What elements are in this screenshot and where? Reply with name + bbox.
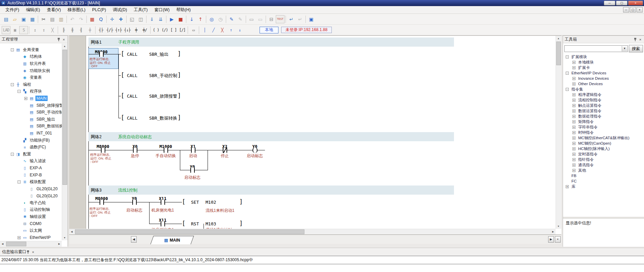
- close-icon[interactable]: ×: [62, 38, 66, 42]
- parallel-nc-contact-button[interactable]: ╪/: [140, 26, 149, 34]
- toolbox-search-combobox[interactable]: ▼: [564, 45, 628, 52]
- call-operand[interactable]: SBR_输出: [149, 52, 168, 57]
- wire-cross-button[interactable]: ╫: [68, 26, 77, 34]
- menu-file[interactable]: 文件(F): [2, 6, 23, 14]
- tree-item-fc[interactable]: ≡ 函数(FC): [0, 144, 62, 151]
- lad-mode-button[interactable]: LAD: [2, 26, 10, 34]
- project-tree-hscrollbar[interactable]: ◀ ▶: [0, 241, 62, 247]
- tree-item-ethernet-ip[interactable]: + ▭ EtherNet/IP: [0, 234, 62, 240]
- set-instruction[interactable]: SET: [191, 200, 199, 205]
- expander-icon[interactable]: -: [11, 153, 14, 156]
- expander-icon[interactable]: -: [18, 90, 21, 93]
- toolbox-item-inovance-devices[interactable]: + Inovance Devices: [563, 76, 644, 81]
- tree-item-motion-axis[interactable]: ▯ 运动控制轴: [0, 206, 62, 214]
- tree-item-ecam[interactable]: ◐ 电子凸轮: [0, 199, 62, 206]
- draw-vline-button[interactable]: │: [200, 26, 209, 34]
- move-down-button[interactable]: ↓: [235, 26, 244, 34]
- no-contact-y0[interactable]: [132, 200, 137, 205]
- expander-icon[interactable]: +: [572, 82, 575, 85]
- local-mode-button[interactable]: 本地: [260, 27, 278, 33]
- menu-view[interactable]: 查看(V): [44, 6, 64, 14]
- expander-icon[interactable]: +: [572, 61, 575, 64]
- st-mode-button[interactable]: S: [19, 26, 28, 34]
- toolbox-item-expansion-modules[interactable]: - 扩展模块: [563, 54, 644, 59]
- close-icon[interactable]: ×: [31, 250, 35, 254]
- menu-tools[interactable]: 工具(T): [130, 6, 151, 14]
- toolbox-item-hc-axis-pulse[interactable]: + HC轴控(脉冲输入): [563, 146, 644, 151]
- no-contact-button[interactable]: ┤├: [97, 26, 105, 34]
- tree-item-sbr-manual[interactable]: ▤ SBR_手动控制: [0, 109, 62, 116]
- draw-sline-button[interactable]: ╱: [209, 26, 218, 34]
- menu-edit[interactable]: 编辑(E): [23, 6, 44, 14]
- monitor-button[interactable]: ◎: [207, 15, 216, 23]
- expander-icon[interactable]: -: [566, 88, 569, 91]
- expander-icon[interactable]: +: [572, 66, 575, 69]
- menu-window[interactable]: 窗口(W): [151, 6, 173, 14]
- pin-icon[interactable]: [26, 250, 30, 254]
- element-monitor-button[interactable]: ▭: [247, 15, 256, 23]
- insert-row-below-button[interactable]: ↧: [39, 26, 48, 34]
- expander-icon[interactable]: -: [11, 48, 14, 51]
- falling-contact-button[interactable]: ┤↓├: [123, 26, 132, 34]
- call-operand[interactable]: SBR_故障报警: [149, 94, 177, 99]
- delete-row-button[interactable]: ╳: [48, 26, 57, 34]
- tree-item-ethernet[interactable]: ▭ 以太网: [0, 227, 62, 234]
- coil-button[interactable]: ( ): [152, 26, 160, 34]
- no-contact-m8000[interactable]: [101, 148, 105, 153]
- undo-button[interactable]: ↶: [68, 15, 77, 23]
- search-button[interactable]: 搜索: [629, 45, 643, 52]
- tree-item-gl20-1[interactable]: ▯ GL20(GL20: [0, 186, 62, 193]
- expander-icon[interactable]: +: [572, 147, 575, 150]
- expander-icon[interactable]: +: [572, 104, 575, 107]
- toolbox-splitter[interactable]: [563, 217, 644, 219]
- toolbox-item-data-processing[interactable]: + 数据处理指令: [563, 114, 644, 119]
- tree-item-exp-b[interactable]: ▯ EXP-B: [0, 172, 62, 179]
- expander-icon[interactable]: +: [572, 158, 575, 161]
- rising-contact-button[interactable]: ┤↑├: [114, 26, 123, 34]
- tree-item-sbr-convert[interactable]: ▤ SBR_数据转换: [0, 123, 62, 130]
- expander-icon[interactable]: +: [572, 126, 575, 129]
- wire-branch-left-button[interactable]: ╟: [59, 26, 68, 34]
- no-contact-x1[interactable]: [191, 148, 195, 153]
- save-button[interactable]: ▣: [19, 15, 28, 23]
- new-project-button[interactable]: ▤: [2, 15, 10, 23]
- menu-debug[interactable]: 调试(D): [109, 6, 130, 14]
- save-all-button[interactable]: ▦: [28, 15, 37, 23]
- cut-button[interactable]: ✂: [39, 15, 48, 23]
- redo-button[interactable]: ↷: [77, 15, 85, 23]
- move-up-button[interactable]: ↑: [226, 26, 235, 34]
- network3-header[interactable]: 网络3 流线1控制: [88, 186, 454, 195]
- tree-item-sbr-output[interactable]: ▤ SBR_输出: [0, 116, 62, 123]
- call-operand[interactable]: SBR_数据转换: [149, 116, 177, 121]
- call-instruction[interactable]: CALL: [127, 116, 137, 121]
- toolbox-item-mc-axis-canopen[interactable]: + MC轴控(CanOpen): [563, 141, 644, 146]
- nc-contact-button[interactable]: ┤/├: [105, 26, 114, 34]
- editor-hscrollbar[interactable]: ◀ ▶: [69, 229, 556, 234]
- expander-icon[interactable]: +: [572, 77, 575, 80]
- rst-instruction[interactable]: RST: [191, 221, 199, 226]
- expander-icon[interactable]: -: [566, 55, 569, 58]
- wire-junction-button[interactable]: ┼: [85, 26, 94, 34]
- convert-all-button[interactable]: ✚: [116, 15, 125, 23]
- expander-icon[interactable]: +: [566, 185, 569, 188]
- toolbox-item-local-modules[interactable]: + 本地模块: [563, 59, 644, 65]
- tree-item-sbr-fault[interactable]: ▤ SBR_故障报警: [0, 102, 62, 109]
- tab-main[interactable]: ▤ MAIN: [152, 236, 192, 244]
- toolbox-item-matrix[interactable]: + 矩阵指令: [563, 119, 644, 124]
- minimize-button[interactable]: ─: [604, 1, 615, 5]
- pin-icon[interactable]: [57, 37, 61, 42]
- parallel-no-contact-button[interactable]: ╪: [132, 26, 140, 34]
- expander-icon[interactable]: -: [18, 180, 21, 183]
- write-mode-button[interactable]: ✎: [227, 15, 236, 23]
- menu-plc[interactable]: PLC(P): [89, 6, 109, 13]
- toolbox-item-others[interactable]: + 其他: [563, 168, 644, 173]
- toolbox-item-flow-control[interactable]: + 流程控制指令: [563, 97, 644, 103]
- tree-item-gl20-2[interactable]: ▯ GL20(GL20: [0, 192, 62, 199]
- no-contact-m8000[interactable]: [99, 52, 104, 57]
- toolbox-item-communication[interactable]: + 通讯指令: [563, 162, 644, 168]
- tree-item-module-config[interactable]: - ≣ 模块配置: [0, 178, 62, 186]
- expander-icon[interactable]: -: [11, 83, 14, 86]
- toolbox-item-string[interactable]: + 字符串指令: [563, 124, 644, 130]
- rst-operand[interactable]: M103: [206, 221, 216, 226]
- jump-out-button[interactable]: ↵: [296, 15, 304, 23]
